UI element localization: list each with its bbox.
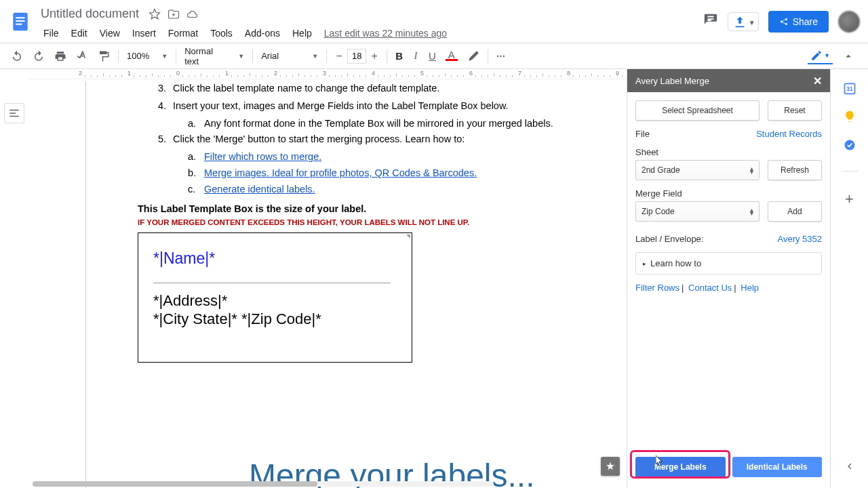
file-label: File [635, 129, 650, 139]
calendar-icon[interactable]: 31 [843, 81, 856, 95]
svg-rect-2 [16, 20, 24, 22]
docs-logo-icon[interactable] [8, 9, 33, 34]
bold-button[interactable]: B [391, 47, 407, 65]
sidepanel-title: Avery Label Merge [635, 76, 709, 86]
label-template-heading: This Label Template Box is the size of y… [138, 202, 595, 217]
print-button[interactable] [50, 47, 71, 65]
close-icon[interactable]: ✕ [813, 75, 822, 87]
merge-field-address[interactable]: *|Address|* [153, 291, 397, 310]
menu-edit[interactable]: Edit [66, 25, 93, 41]
explore-button[interactable] [601, 457, 620, 476]
sheet-select[interactable]: 2nd Grade▴▾ [635, 160, 760, 180]
more-toolbar-button[interactable]: ⋯ [492, 47, 511, 65]
comments-icon[interactable] [703, 13, 718, 30]
font-size-controls: − + [331, 48, 382, 64]
reset-button[interactable]: Reset [768, 100, 822, 121]
label-template-warning: IF YOUR MERGED CONTENT EXCEEDS THIS HEIG… [138, 217, 595, 228]
select-spreadsheet-button[interactable]: Select Spreadsheet [635, 100, 760, 121]
doc-step-4a: Any font format done in the Template Box… [204, 117, 553, 131]
merge-field-select[interactable]: Zip Code▴▾ [635, 201, 760, 222]
ruler[interactable]: 2101234567891011 [28, 69, 627, 79]
menu-format[interactable]: Format [163, 25, 203, 41]
document-area[interactable]: 2101234567891011 3.Click the label templ… [28, 69, 627, 488]
file-value-link[interactable]: Student Records [756, 129, 822, 139]
cloud-status-icon[interactable] [186, 8, 199, 20]
hide-menus-button[interactable] [838, 47, 859, 65]
font-size-increase[interactable]: + [366, 48, 382, 64]
menu-help[interactable]: Help [287, 25, 317, 41]
identical-labels-button[interactable]: Identical Labels [732, 457, 823, 477]
outline-toggle-button[interactable] [4, 103, 24, 123]
highlight-button[interactable] [463, 47, 484, 65]
redo-button[interactable] [28, 47, 49, 65]
keep-icon[interactable] [843, 110, 856, 123]
menu-file[interactable]: File [38, 25, 64, 41]
sidepanel-footer: Merge Labels Identical Labels [627, 450, 830, 488]
font-select[interactable]: Arial▼ [257, 49, 322, 62]
horizontal-scrollbar[interactable] [33, 481, 494, 487]
contact-us-link[interactable]: Contact Us [688, 283, 732, 293]
menu-view[interactable]: View [94, 25, 125, 41]
sidepanel-header: Avery Label Merge ✕ [627, 69, 830, 92]
left-gutter [0, 69, 28, 488]
learn-how-expand[interactable]: ▸Learn how to [635, 252, 822, 274]
document-page[interactable]: 3.Click the label template name to chang… [85, 81, 627, 488]
menu-addons[interactable]: Add-ons [239, 25, 285, 41]
addon-sidepanel: Avery Label Merge ✕ Select Spreadsheet R… [627, 69, 830, 488]
upload-button[interactable]: ▼ [728, 12, 759, 31]
get-addons-button[interactable]: + [845, 190, 854, 208]
cursor-icon [656, 455, 664, 466]
account-avatar[interactable] [838, 11, 860, 33]
merge-field-name[interactable]: *|Name|* [153, 247, 391, 283]
sheet-label: Sheet [635, 147, 822, 157]
merge-labels-button[interactable]: Merge Labels [635, 457, 726, 477]
undo-button[interactable] [7, 47, 27, 65]
refresh-button[interactable]: Refresh [768, 160, 822, 180]
svg-rect-1 [16, 17, 24, 18]
font-size-decrease[interactable]: − [331, 48, 347, 64]
hide-side-panel-button[interactable] [844, 461, 855, 474]
tasks-icon[interactable] [843, 138, 856, 152]
font-size-input[interactable] [347, 49, 366, 64]
link-merge-images[interactable]: Merge images. Ideal for profile photos, … [204, 166, 477, 181]
table-handle-icon[interactable] [406, 235, 410, 239]
doc-step-3: Click the label template name to change … [173, 81, 439, 96]
menu-tools[interactable]: Tools [205, 25, 238, 41]
menu-bar: File Edit View Insert Format Tools Add-o… [38, 25, 447, 41]
paint-format-button[interactable] [94, 47, 114, 65]
merge-field-label: Merge Field [635, 188, 822, 199]
document-title[interactable]: Untitled document [38, 5, 142, 22]
merge-field-city[interactable]: *|City State|* *|Zip Code|* [153, 310, 397, 329]
zoom-select[interactable]: 100%▼ [123, 49, 172, 62]
paragraph-style-select[interactable]: Normal text▼ [180, 45, 248, 68]
label-envelope-label: Label / Envelope: [635, 234, 703, 244]
italic-button[interactable]: I [408, 47, 423, 65]
label-template-box[interactable]: *|Name|* *|Address|* *|City State|* *|Zi… [138, 232, 412, 363]
label-envelope-value[interactable]: Avery 5352 [777, 234, 822, 244]
menu-insert[interactable]: Insert [127, 25, 161, 41]
toolbar: 100%▼ Normal text▼ Arial▼ − + B I U A ⋯ … [0, 43, 868, 69]
doc-step-4: Insert your text, images and Merge Field… [173, 99, 509, 114]
svg-text:31: 31 [846, 85, 853, 92]
title-bar: Untitled document File Edit View Insert … [0, 0, 868, 43]
spellcheck-button[interactable] [72, 47, 92, 65]
filter-rows-link[interactable]: Filter Rows [635, 283, 679, 293]
link-identical[interactable]: Generate identical labels. [204, 182, 315, 197]
star-icon[interactable] [149, 8, 161, 20]
right-rail: 31 + [830, 69, 868, 488]
last-edit-link[interactable]: Last edit was 22 minutes ago [324, 28, 447, 39]
underline-button[interactable]: U [425, 47, 440, 65]
editing-mode-button[interactable]: ▼ [808, 48, 833, 64]
sidepanel-links: Filter Rows| Contact Us| Help [635, 283, 822, 293]
text-color-button[interactable]: A [441, 47, 462, 65]
svg-point-6 [844, 140, 854, 150]
doc-step-5: Click the 'Merge' button to start the me… [173, 132, 465, 147]
add-field-button[interactable]: Add [768, 201, 822, 222]
share-button[interactable]: Share [768, 11, 829, 33]
svg-rect-3 [16, 24, 22, 25]
move-icon[interactable] [167, 8, 180, 20]
help-link[interactable]: Help [741, 283, 759, 293]
link-filter-rows[interactable]: Filter which rows to merge. [204, 150, 321, 165]
